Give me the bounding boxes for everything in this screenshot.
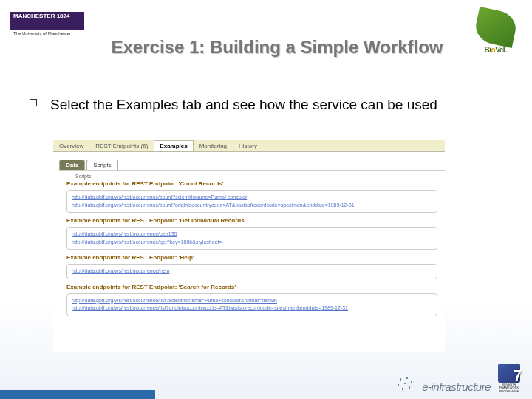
subtab-scripts[interactable]: Scripts — [86, 160, 117, 170]
example-url[interactable]: http://data.gbif.org/ws/rest/occurrence/… — [72, 267, 432, 276]
tab-rest-endpoints[interactable]: REST Endpoints (6) — [89, 140, 154, 151]
section-title: Example endpoints for REST Endpoint: 'Co… — [66, 180, 445, 187]
tab-overview[interactable]: Overview — [53, 140, 89, 151]
sub-tabs: Data Scripts — [59, 160, 445, 171]
slide: MANCHESTER 1824 The University of Manche… — [0, 0, 532, 399]
section-count-records: Scripts Example endpoints for REST Endpo… — [66, 174, 445, 213]
section-title: Example endpoints for REST Endpoint: 'Ge… — [66, 217, 445, 224]
url-box: http://data.gbif.org/ws/rest/occurrence/… — [66, 264, 437, 279]
leaf-icon — [473, 7, 519, 48]
body-text: Select the Examples tab and see how the … — [30, 96, 502, 115]
subtab-data[interactable]: Data — [59, 160, 85, 170]
tab-monitoring[interactable]: Monitoring — [194, 140, 233, 151]
section-search: Example endpoints for REST Endpoint: 'Se… — [66, 284, 445, 316]
manchester-logo: MANCHESTER 1824 The University of Manche… — [10, 12, 84, 64]
example-url[interactable]: http://data.gbif.org/ws/rest/occurrence/… — [72, 231, 432, 239]
section-help: Example endpoints for REST Endpoint: 'He… — [66, 254, 445, 279]
example-url[interactable]: http://data.gbif.org/ws/rest/occurrence/… — [72, 202, 432, 210]
manchester-logo-text: MANCHESTER 1824 — [10, 12, 84, 30]
einfra-dots-icon — [394, 374, 416, 393]
biovel-logo-text: BioVeL — [470, 46, 522, 54]
fp7-label: SEVENTH FRAMEWORK PROGRAMME — [497, 383, 522, 393]
url-box: http://data.gbif.org/ws/rest/occurrence/… — [66, 190, 437, 213]
scripts-subheader: Scripts — [75, 174, 445, 179]
footer-logos: e-infrastructure 7 SEVENTH FRAMEWORK PRO… — [394, 364, 522, 393]
einfra-logo-text: e-infrastructure — [422, 381, 491, 393]
section-get-individual: Example endpoints for REST Endpoint: 'Ge… — [66, 217, 445, 250]
tab-examples[interactable]: Examples — [154, 140, 193, 151]
example-url[interactable]: http://data.gbif.org/ws/rest/occurrence/… — [72, 297, 432, 305]
example-url[interactable]: http://data.gbif.org/ws/rest/occurrence/… — [72, 239, 432, 247]
example-url[interactable]: http://data.gbif.org/ws/rest/occurrence/… — [72, 304, 432, 313]
url-box: http://data.gbif.org/ws/rest/occurrence/… — [66, 293, 437, 316]
section-title: Example endpoints for REST Endpoint: 'He… — [66, 254, 445, 261]
section-title: Example endpoints for REST Endpoint: 'Se… — [66, 284, 445, 290]
tab-history[interactable]: History — [233, 140, 263, 151]
example-url[interactable]: http://data.gbif.org/ws/rest/occurrence/… — [72, 194, 432, 202]
manchester-logo-subtext: The University of Manchester — [10, 30, 84, 37]
body-text-content: Select the Examples tab and see how the … — [50, 96, 437, 115]
biovel-logo: BioVeL — [470, 10, 522, 62]
slide-title: Exercise 1: Building a Simple Workflow — [96, 37, 458, 58]
embedded-screenshot: Overview REST Endpoints (6) Examples Mon… — [53, 140, 445, 352]
bullet-icon — [30, 99, 37, 106]
main-tabs: Overview REST Endpoints (6) Examples Mon… — [53, 140, 445, 152]
fp7-flag-icon: 7 — [498, 364, 520, 383]
url-box: http://data.gbif.org/ws/rest/occurrence/… — [66, 227, 437, 250]
footer-bar — [0, 390, 155, 399]
fp7-logo: 7 SEVENTH FRAMEWORK PROGRAMME — [497, 364, 522, 393]
fp7-number: 7 — [514, 367, 522, 384]
